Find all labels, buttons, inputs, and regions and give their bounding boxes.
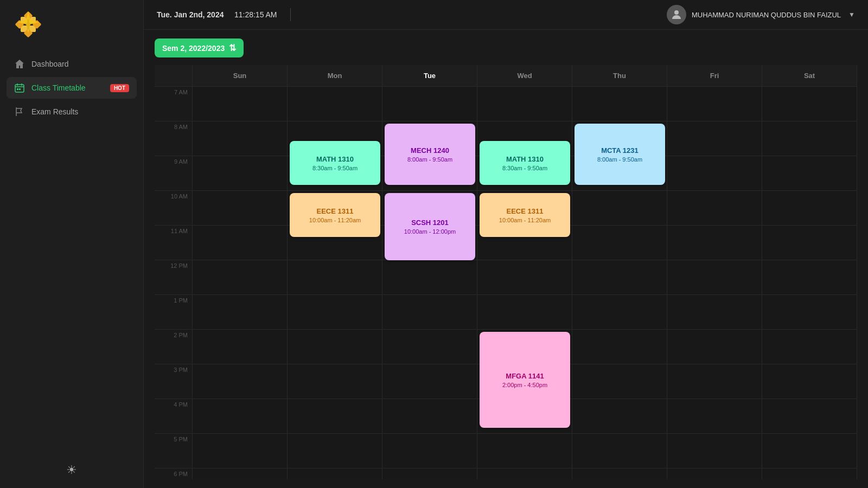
event-time: 10:00am - 12:00pm	[404, 228, 456, 235]
cal-cell-11-2	[382, 468, 477, 479]
time-label-5-pm: 5 PM	[155, 434, 193, 468]
cal-cell-5-2	[382, 260, 477, 295]
cal-cell-6-0	[193, 295, 288, 330]
cal-cell-5-3	[477, 260, 572, 295]
topbar-right: MUHAMMAD NURIMAN QUDDUS BIN FAIZUL ▼	[667, 5, 855, 24]
calendar-container: SunMonTueWedThuFriSat7 AM8 AM9 AM10 AM11…	[155, 65, 857, 479]
cal-cell-3-4	[572, 191, 667, 226]
cal-cell-4-6	[762, 226, 857, 260]
cal-cell-10-2	[382, 434, 477, 468]
event-math1310-mon[interactable]: MATH 13108:30am - 9:50am	[290, 141, 380, 185]
event-name: SCSH 1201	[411, 219, 449, 227]
svg-rect-11	[19, 88, 21, 90]
avatar	[667, 5, 686, 24]
cal-cell-6-3	[477, 295, 572, 330]
cal-cell-8-2	[382, 364, 477, 399]
topbar-time: 11:28:15 AM	[234, 10, 277, 19]
svg-point-12	[674, 10, 679, 15]
cal-cell-6-6	[762, 295, 857, 330]
user-menu-chevron[interactable]: ▼	[848, 11, 855, 18]
topbar-divider	[290, 8, 291, 21]
time-label-10-am: 10 AM	[155, 191, 193, 226]
cal-cell-10-5	[667, 434, 762, 468]
event-mech1240-tue[interactable]: MECH 12408:00am - 9:50am	[385, 124, 475, 185]
home-icon	[14, 59, 25, 69]
cal-cell-9-6	[762, 399, 857, 434]
cal-cell-0-3	[477, 87, 572, 121]
cal-cell-10-0	[193, 434, 288, 468]
time-label-8-am: 8 AM	[155, 121, 193, 156]
event-name: MATH 1310	[316, 155, 354, 163]
cal-cell-2-5	[667, 156, 762, 191]
cal-cell-4-4	[572, 226, 667, 260]
cal-cell-5-4	[572, 260, 667, 295]
app-logo	[13, 9, 43, 40]
cal-cell-6-1	[288, 295, 382, 330]
cal-cell-11-5	[667, 468, 762, 479]
day-header-sat: Sat	[762, 65, 857, 87]
event-eece1311-wed[interactable]: EECE 131110:00am - 11:20am	[480, 193, 570, 237]
svg-rect-10	[17, 88, 18, 90]
cal-cell-6-4	[572, 295, 667, 330]
sidebar-item-exam-results[interactable]: Exam Results	[7, 101, 137, 123]
day-header-mon: Mon	[288, 65, 382, 87]
day-header-tue: Tue	[382, 65, 477, 87]
time-label-3-pm: 3 PM	[155, 364, 193, 399]
cal-cell-8-1	[288, 364, 382, 399]
semester-selector[interactable]: Sem 2, 2022/2023 ⇅	[155, 38, 244, 57]
user-name: MUHAMMAD NURIMAN QUDDUS BIN FAIZUL	[692, 11, 841, 19]
day-header-wed: Wed	[477, 65, 572, 87]
topbar: Tue. Jan 2nd, 2024 11:28:15 AM MUHAMMAD …	[144, 0, 868, 30]
sidebar-item-class-timetable[interactable]: Class Timetable HOT	[7, 77, 137, 99]
time-label-11-am: 11 AM	[155, 226, 193, 260]
calendar-wrapper: SunMonTueWedThuFriSat7 AM8 AM9 AM10 AM11…	[155, 65, 857, 479]
event-time: 2:00pm - 4:50pm	[502, 382, 547, 388]
time-label-1-pm: 1 PM	[155, 295, 193, 330]
day-header-sun: Sun	[193, 65, 288, 87]
event-mcta1231-thu[interactable]: MCTA 12318:00am - 9:50am	[575, 124, 665, 185]
cal-cell-1-6	[762, 121, 857, 156]
cal-cell-0-2	[382, 87, 477, 121]
theme-toggle-icon[interactable]: ☀	[66, 463, 77, 477]
flag-icon	[14, 106, 25, 117]
event-time: 8:30am - 9:50am	[312, 165, 358, 171]
event-name: MECH 1240	[411, 146, 449, 155]
cal-cell-9-1	[288, 399, 382, 434]
cal-cell-8-0	[193, 364, 288, 399]
cal-cell-11-1	[288, 468, 382, 479]
event-math1310-wed[interactable]: MATH 13108:30am - 9:50am	[480, 141, 570, 185]
cal-cell-7-4	[572, 330, 667, 364]
cal-cell-8-4	[572, 364, 667, 399]
cal-cell-10-1	[288, 434, 382, 468]
event-eece1311-mon[interactable]: EECE 131110:00am - 11:20am	[290, 193, 380, 237]
cal-cell-7-6	[762, 330, 857, 364]
event-name: MCTA 1231	[601, 146, 639, 155]
cal-cell-6-2	[382, 295, 477, 330]
hot-badge: HOT	[110, 84, 129, 92]
topbar-date: Tue. Jan 2nd, 2024	[157, 10, 224, 19]
cal-cell-0-1	[288, 87, 382, 121]
cal-cell-5-6	[762, 260, 857, 295]
event-name: EECE 1311	[317, 207, 354, 215]
event-time: 8:00am - 9:50am	[407, 156, 452, 163]
event-time: 8:30am - 9:50am	[502, 165, 547, 171]
cal-cell-2-6	[762, 156, 857, 191]
cal-cell-5-0	[193, 260, 288, 295]
event-mfga1141-wed[interactable]: MFGA 11412:00pm - 4:50pm	[480, 332, 570, 428]
cal-cell-11-6	[762, 468, 857, 479]
calendar-icon	[14, 82, 25, 93]
cal-cell-7-1	[288, 330, 382, 364]
cal-cell-7-2	[382, 330, 477, 364]
event-name: MFGA 1141	[506, 372, 544, 380]
cal-cell-9-4	[572, 399, 667, 434]
cal-cell-0-0	[193, 87, 288, 121]
event-time: 10:00am - 11:20am	[309, 217, 361, 223]
time-label-2-pm: 2 PM	[155, 330, 193, 364]
cal-cell-6-5	[667, 295, 762, 330]
cal-cell-9-2	[382, 399, 477, 434]
logo-area	[0, 0, 143, 49]
cal-cell-0-4	[572, 87, 667, 121]
sidebar-item-dashboard[interactable]: Dashboard	[7, 53, 137, 75]
event-scsh1201-tue[interactable]: SCSH 120110:00am - 12:00pm	[385, 193, 475, 260]
cal-cell-4-5	[667, 226, 762, 260]
